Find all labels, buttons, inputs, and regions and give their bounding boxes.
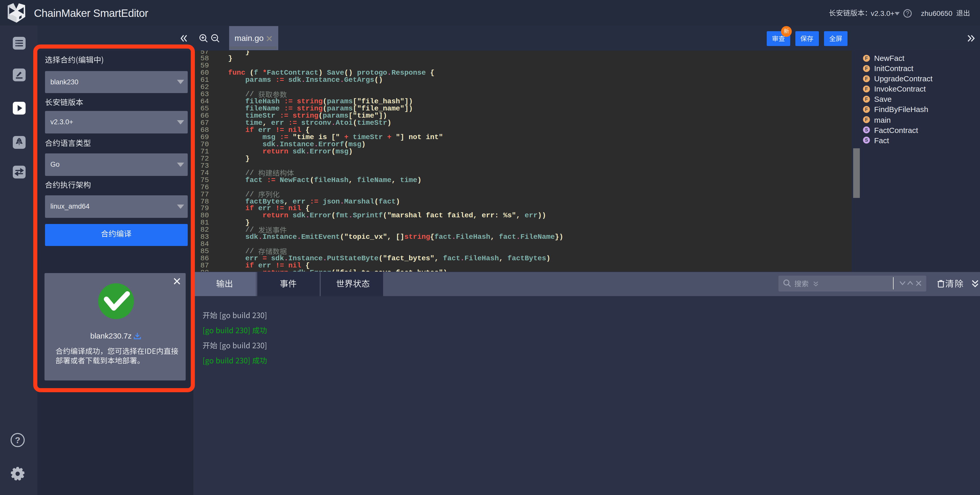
svg-text:S: S bbox=[865, 138, 868, 143]
svg-text:F: F bbox=[865, 76, 868, 81]
svg-text:?: ? bbox=[906, 10, 909, 17]
svg-text:F: F bbox=[865, 86, 868, 92]
svg-text:F: F bbox=[865, 56, 868, 61]
svg-text:F: F bbox=[865, 117, 868, 123]
svg-text:F: F bbox=[865, 66, 868, 71]
svg-text:S: S bbox=[865, 127, 868, 133]
svg-text:F: F bbox=[865, 97, 868, 102]
svg-text:?: ? bbox=[15, 435, 21, 445]
svg-text:F: F bbox=[865, 107, 868, 112]
